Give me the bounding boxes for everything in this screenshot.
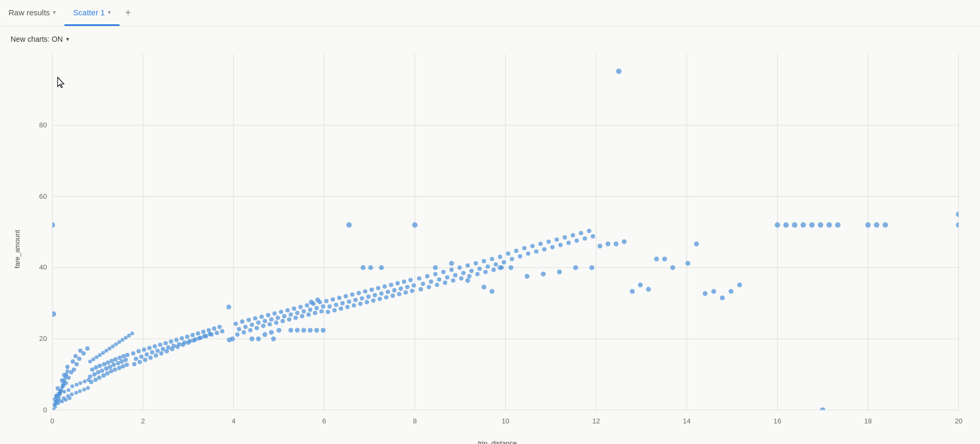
svg-point-190 — [274, 320, 278, 325]
tab-scatter-1-label: Scatter 1 — [73, 8, 105, 17]
svg-point-112 — [158, 343, 162, 347]
svg-point-164 — [285, 308, 290, 312]
svg-point-241 — [425, 274, 429, 279]
svg-point-177 — [282, 314, 286, 318]
svg-point-285 — [518, 254, 522, 258]
svg-point-305 — [509, 265, 513, 270]
svg-point-354 — [249, 336, 254, 341]
svg-point-62 — [86, 386, 90, 390]
svg-point-68 — [75, 383, 78, 386]
svg-point-191 — [281, 319, 285, 323]
tab-scatter-1[interactable]: Scatter 1 ▾ — [64, 0, 119, 26]
svg-point-80 — [100, 368, 104, 373]
svg-point-89 — [98, 364, 102, 368]
svg-text:0: 0 — [43, 406, 47, 414]
svg-point-218 — [366, 294, 371, 299]
svg-point-229 — [345, 305, 349, 309]
svg-point-79 — [96, 370, 100, 374]
svg-point-265 — [443, 281, 447, 285]
svg-point-367 — [98, 353, 101, 357]
svg-point-310 — [589, 265, 594, 270]
svg-point-335 — [835, 223, 840, 228]
scatter-chart: 0 20 40 60 80 0 2 4 6 8 10 12 14 16 18 — [25, 49, 969, 437]
svg-point-363 — [379, 265, 384, 270]
svg-point-179 — [295, 311, 299, 315]
svg-point-86 — [124, 358, 128, 362]
svg-point-171 — [243, 325, 247, 329]
svg-point-103 — [113, 367, 117, 372]
svg-point-126 — [145, 353, 149, 357]
svg-point-227 — [332, 308, 337, 312]
svg-point-213 — [334, 303, 338, 307]
svg-point-232 — [365, 300, 369, 304]
svg-point-287 — [534, 249, 538, 254]
svg-point-180 — [302, 309, 306, 313]
svg-point-74 — [60, 400, 64, 403]
svg-point-61 — [82, 387, 86, 391]
svg-text:40: 40 — [39, 263, 47, 271]
svg-point-159 — [253, 316, 257, 320]
svg-point-336 — [820, 408, 825, 413]
svg-point-235 — [384, 295, 389, 299]
svg-point-240 — [417, 276, 421, 281]
plot-area: 0 20 40 60 80 0 2 4 6 8 10 12 14 16 18 — [25, 49, 969, 437]
svg-point-185 — [242, 330, 246, 335]
svg-point-323 — [702, 291, 707, 296]
svg-point-325 — [720, 295, 725, 300]
svg-point-144 — [149, 356, 153, 360]
svg-point-97 — [89, 380, 93, 384]
svg-point-358 — [309, 300, 313, 304]
svg-point-338 — [874, 223, 879, 228]
svg-point-368 — [101, 351, 105, 355]
svg-point-312 — [606, 242, 611, 246]
chart-controls: New charts: ON ▾ — [11, 35, 969, 43]
svg-point-195 — [307, 312, 311, 317]
svg-point-382 — [57, 395, 61, 399]
svg-point-115 — [174, 338, 179, 342]
svg-point-320 — [670, 265, 675, 270]
svg-point-100 — [101, 373, 106, 377]
svg-point-237 — [397, 292, 401, 296]
svg-point-273 — [506, 252, 510, 256]
svg-point-52 — [78, 348, 82, 353]
svg-point-212 — [328, 304, 332, 309]
svg-point-77 — [88, 374, 92, 378]
svg-point-380 — [54, 402, 58, 405]
svg-text:0: 0 — [50, 417, 54, 425]
svg-point-283 — [587, 229, 591, 233]
svg-point-156 — [234, 321, 238, 326]
svg-point-291 — [567, 240, 571, 245]
tab-raw-results[interactable]: Raw results ▾ — [0, 0, 64, 26]
svg-point-361 — [360, 265, 365, 270]
svg-point-53 — [85, 346, 89, 350]
svg-point-353 — [321, 328, 326, 332]
svg-point-184 — [235, 332, 239, 337]
new-charts-chevron: ▾ — [66, 35, 69, 43]
svg-point-102 — [109, 369, 113, 373]
svg-point-369 — [105, 349, 108, 353]
svg-point-82 — [108, 365, 112, 369]
svg-point-377 — [131, 331, 134, 335]
new-charts-toggle[interactable]: New charts: ON ▾ — [11, 35, 69, 43]
svg-point-364 — [88, 359, 92, 363]
svg-text:20: 20 — [39, 335, 47, 343]
svg-point-170 — [237, 327, 241, 331]
svg-point-219 — [373, 293, 377, 297]
svg-point-151 — [186, 340, 190, 345]
svg-point-204 — [363, 289, 367, 293]
svg-point-113 — [163, 341, 168, 345]
svg-point-226 — [326, 310, 330, 314]
svg-point-140 — [220, 329, 224, 334]
svg-point-221 — [386, 290, 390, 294]
svg-point-95 — [122, 354, 126, 358]
svg-point-345 — [230, 336, 235, 341]
svg-point-147 — [164, 349, 169, 353]
svg-point-58 — [70, 393, 73, 396]
svg-point-341 — [965, 223, 969, 228]
svg-point-330 — [792, 223, 797, 228]
svg-point-153 — [197, 336, 201, 340]
svg-point-299 — [433, 265, 438, 270]
tab-add-button[interactable]: + — [119, 0, 136, 26]
svg-point-108 — [136, 349, 141, 353]
svg-point-278 — [547, 239, 551, 244]
